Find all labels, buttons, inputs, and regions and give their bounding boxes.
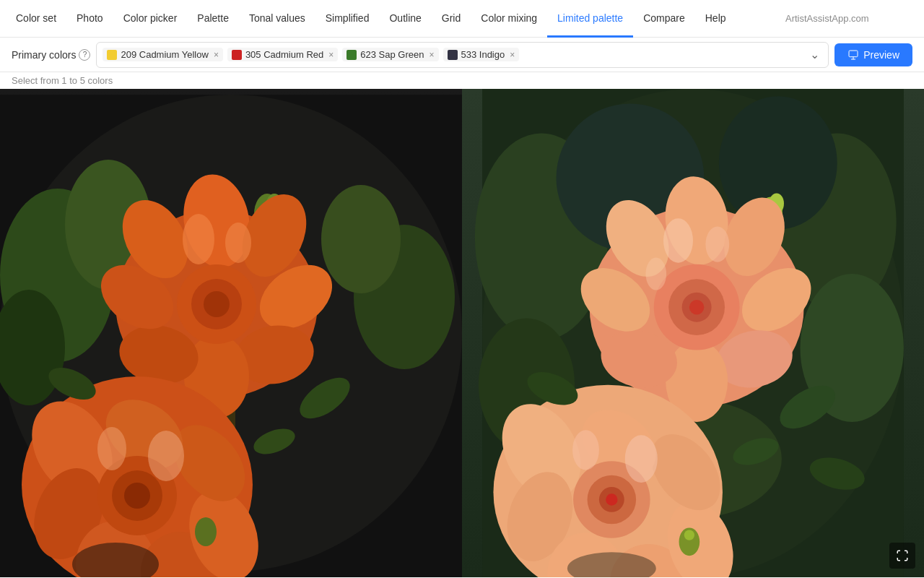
svg-rect-0: [849, 51, 858, 57]
site-label: ArtistAssistApp.com: [736, 13, 918, 24]
svg-point-82: [606, 493, 617, 505]
images-area: [0, 89, 924, 577]
color-tag-remove-sap-green[interactable]: ×: [429, 50, 434, 60]
svg-point-37: [148, 431, 184, 481]
preview-icon: [847, 49, 859, 61]
preview-label: Preview: [863, 49, 899, 61]
nav-item-limited-palette[interactable]: Limited palette: [547, 0, 633, 38]
fullscreen-button[interactable]: [889, 543, 915, 569]
svg-point-25: [225, 223, 251, 263]
color-tag-remove-cadmium-red[interactable]: ×: [328, 50, 334, 60]
color-swatch-indigo: [448, 50, 458, 60]
nav-item-color-set[interactable]: Color set: [6, 0, 66, 38]
svg-point-83: [625, 435, 658, 483]
limited-palette-image: [0, 89, 462, 577]
svg-point-84: [572, 430, 599, 470]
original-image: [462, 89, 924, 577]
navigation: Color setPhotoColor pickerPaletteTonal v…: [0, 0, 924, 38]
svg-point-36: [124, 483, 150, 509]
color-tag-label-sap-green: 623 Sap Green: [360, 49, 424, 60]
color-tag-sap-green: 623 Sap Green×: [342, 48, 438, 61]
primary-colors-label: Primary colors ?: [12, 49, 90, 61]
nav-item-color-mixing[interactable]: Color mixing: [471, 0, 547, 38]
limited-palette-image-panel: [0, 89, 462, 577]
svg-point-86: [684, 530, 694, 540]
nav-item-grid[interactable]: Grid: [432, 0, 471, 38]
nav-item-tonal-values[interactable]: Tonal values: [239, 0, 315, 38]
svg-point-38: [97, 427, 126, 470]
preview-button[interactable]: Preview: [834, 43, 912, 66]
svg-point-23: [204, 291, 230, 317]
svg-point-24: [183, 214, 214, 264]
select-hint: Select from 1 to 5 colors: [0, 72, 924, 89]
toolbar: Primary colors ? 209 Cadmium Yellow×305 …: [0, 38, 924, 72]
color-tags-container[interactable]: 209 Cadmium Yellow×305 Cadmium Red×623 S…: [96, 42, 829, 68]
svg-point-70: [645, 258, 666, 290]
color-tag-label-cadmium-yellow: 209 Cadmium Yellow: [121, 49, 208, 60]
nav-item-color-picker[interactable]: Color picker: [113, 0, 188, 38]
primary-colors-text: Primary colors: [12, 49, 76, 61]
help-icon[interactable]: ?: [79, 49, 90, 61]
color-swatch-cadmium-red: [232, 50, 242, 60]
color-swatch-sap-green: [346, 50, 357, 60]
svg-point-7: [321, 185, 401, 293]
svg-point-67: [689, 300, 704, 314]
original-image-panel: [462, 89, 924, 577]
nav-item-photo[interactable]: Photo: [66, 0, 113, 38]
color-tag-cadmium-yellow: 209 Cadmium Yellow×: [103, 48, 222, 61]
nav-item-palette[interactable]: Palette: [187, 0, 239, 38]
fullscreen-icon: [896, 549, 909, 562]
color-tag-remove-cadmium-yellow[interactable]: ×: [214, 50, 219, 60]
color-tag-label-cadmium-red: 305 Cadmium Red: [245, 49, 323, 60]
svg-point-68: [663, 218, 693, 262]
nav-item-simplified[interactable]: Simplified: [315, 0, 380, 38]
nav-item-help[interactable]: Help: [695, 0, 736, 38]
color-tag-indigo: 533 Indigo×: [443, 48, 520, 61]
svg-point-69: [705, 227, 729, 262]
color-tag-remove-indigo[interactable]: ×: [510, 50, 515, 60]
nav-item-outline[interactable]: Outline: [379, 0, 431, 38]
color-tag-label-indigo: 533 Indigo: [461, 49, 505, 60]
nav-item-compare[interactable]: Compare: [633, 0, 695, 38]
color-swatch-cadmium-yellow: [107, 50, 117, 60]
color-tag-cadmium-red: 305 Cadmium Red×: [227, 48, 338, 61]
svg-point-39: [195, 517, 217, 546]
color-tags-dropdown-arrow[interactable]: ⌄: [807, 48, 822, 61]
